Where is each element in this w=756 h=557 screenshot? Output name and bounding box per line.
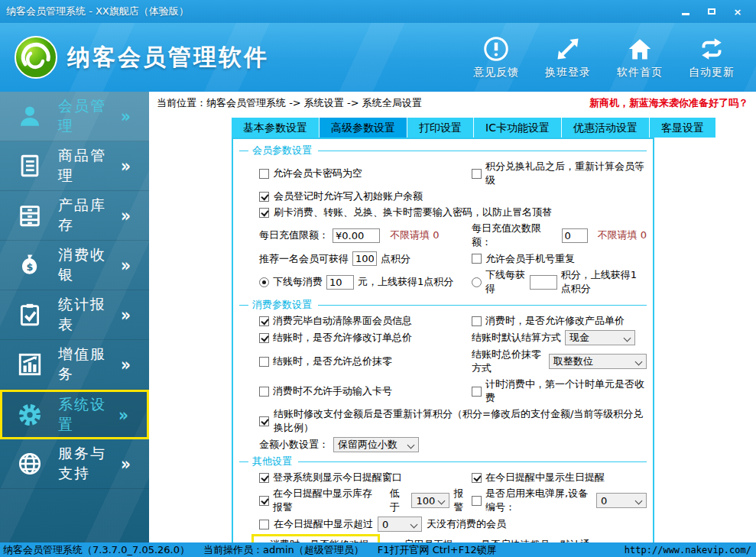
value-added-icon <box>17 351 43 377</box>
header-action-label: 换班登录 <box>545 66 591 79</box>
window-controls: × <box>677 5 751 18</box>
header-action-label: 意见反馈 <box>473 66 519 79</box>
field-suffix: 天没有消费的会员 <box>427 517 506 531</box>
field-suffix: 点积分 <box>381 252 410 266</box>
referral-points-input[interactable] <box>352 251 377 266</box>
feedback-button[interactable]: 意见反馈 <box>473 35 519 79</box>
checkbox-label: 允许会员手机号重复 <box>485 252 575 266</box>
minimize-button[interactable] <box>677 5 695 18</box>
daily-recharge-count-input[interactable] <box>562 228 588 243</box>
field-label: 每日充值限额： <box>259 228 329 242</box>
svg-text:$: $ <box>27 261 34 273</box>
tab-promotions[interactable]: 优惠活动设置 <box>562 118 650 138</box>
tab-ic-card[interactable]: IC卡功能设置 <box>474 118 562 138</box>
downline-spend-amount-input[interactable] <box>326 275 354 290</box>
shift-login-button[interactable]: 换班登录 <box>545 35 591 79</box>
checkbox-first-time-unit-charge[interactable] <box>472 387 482 397</box>
auto-update-icon <box>698 35 725 63</box>
radio-downline-per-points[interactable] <box>472 277 482 287</box>
checkbox-inactive-member-reminder[interactable] <box>259 520 269 529</box>
select-value: 现金 <box>569 331 589 345</box>
checkbox-initial-balance[interactable] <box>259 192 269 202</box>
field-label: 低于 <box>390 487 408 514</box>
checkbox-allow-edit-order-total[interactable] <box>259 333 269 343</box>
sidebar-item-support[interactable]: 服务与支持 » <box>0 439 149 489</box>
settings-tabs: 基本参数设置 高级参数设置 打印设置 IC卡功能设置 优惠活动设置 客显设置 <box>232 118 715 138</box>
checkbox-stock-alert[interactable] <box>259 496 269 506</box>
close-button[interactable]: × <box>728 5 747 18</box>
sidebar-item-value-added[interactable]: 增值服务 » <box>0 340 149 390</box>
checkbox-allow-edit-unit-price[interactable] <box>472 316 482 326</box>
breadcrumb: 当前位置：纳客会员管理系统 -> 系统设置 -> 系统全局设置 <box>157 96 422 110</box>
device-number-select[interactable]: 0 <box>596 493 647 508</box>
checkbox-allow-duplicate-phone[interactable] <box>472 254 482 264</box>
checkbox-show-birthday-reminder[interactable] <box>472 473 482 483</box>
checkbox-recalc-level-after-redeem[interactable] <box>472 169 482 179</box>
checkbox-label: 消费时，是否允许修改产品单价 <box>485 314 625 328</box>
checkbox-label: 消费完毕自动清除界面会员信息 <box>273 314 412 328</box>
header-actions: 意见反馈 换班登录 软件首页 <box>473 35 756 79</box>
shift-login-icon <box>554 35 582 63</box>
auto-update-button[interactable]: 自动更新 <box>689 35 735 79</box>
settings-icon <box>17 402 43 428</box>
inactive-days-select[interactable]: 0 <box>378 517 422 532</box>
status-version: 纳客会员管理系统（7.3.7.0_7.05.26.0） <box>3 543 190 557</box>
field-label: 每日充值次数限额： <box>472 222 558 249</box>
chevron-right-icon: » <box>121 304 149 325</box>
select-value: 保留两位小数 <box>338 438 397 452</box>
cashier-icon: $ <box>17 252 43 278</box>
sidebar-item-goods[interactable]: 商品管理 » <box>0 141 149 191</box>
radio-downline-per-spend[interactable] <box>259 277 269 287</box>
radio-suffix: 积分，上线获得1点积分 <box>561 268 647 296</box>
sidebar-item-label: 产品库存 <box>58 196 121 235</box>
tab-advanced-params[interactable]: 高级参数设置 <box>320 118 407 138</box>
sidebar-item-inventory[interactable]: 产品库存 » <box>0 191 149 241</box>
form-row: 结账时，是否允许总价抹零 结账时总价抹零方式 取整数位 <box>259 348 647 375</box>
radio-label: 下线每获得 <box>485 268 526 296</box>
default-payment-method-select[interactable]: 现金 <box>565 330 635 345</box>
tab-customer-display[interactable]: 客显设置 <box>650 118 715 138</box>
promo-text[interactable]: 新商机，新蓝海来袭你准备好了吗？ <box>589 96 748 110</box>
checkbox-caller-id-popup[interactable] <box>472 496 482 506</box>
status-url[interactable]: http://www.nakevip.com/ <box>625 545 751 555</box>
checkbox-show-today-reminder[interactable] <box>259 473 269 483</box>
checkbox-allow-rounding[interactable] <box>259 357 269 367</box>
form-row: 消费时，是否能修改提成 启用员工提成 是否启快速拨号，默认通道： 0 <box>251 534 647 542</box>
checkbox-label: 在今日提醒中显示库存报警 <box>273 487 381 514</box>
checkbox-label: 计时消费中，第一个计时单元是否收费 <box>485 377 647 405</box>
select-value: 取整数位 <box>553 355 593 368</box>
rounding-method-select[interactable]: 取整数位 <box>549 354 647 369</box>
checkbox-label: 会员登记时允许写入初始账户余额 <box>274 189 423 203</box>
no-limit-hint: 不限请填 0 <box>598 228 647 242</box>
checkbox-no-manual-card-entry[interactable] <box>259 387 269 397</box>
tab-basic-params[interactable]: 基本参数设置 <box>232 118 320 138</box>
main-content: 当前位置：纳客会员管理系统 -> 系统设置 -> 系统全局设置 新商机，新蓝海来… <box>149 92 756 542</box>
checkbox-require-password[interactable] <box>259 208 269 218</box>
inventory-icon <box>17 202 43 228</box>
checkbox-clear-member-info[interactable] <box>259 316 269 326</box>
home-icon <box>626 35 654 63</box>
checkbox-recalc-points-after-edit[interactable] <box>259 416 269 426</box>
sidebar-item-label: 增值服务 <box>58 345 121 384</box>
chevron-right-icon: » <box>121 354 149 375</box>
form-row: 刷卡消费、转账、兑换、换卡时需要输入密码，以防止冒名顶替 <box>259 206 647 219</box>
radio-suffix: 元，上线获得1点积分 <box>358 275 453 289</box>
tab-print-settings[interactable]: 打印设置 <box>407 118 474 138</box>
stock-alert-threshold-select[interactable]: 100 <box>411 493 449 508</box>
sidebar-item-cashier[interactable]: $ 消费收银 » <box>0 241 149 290</box>
chevron-right-icon: » <box>121 205 149 226</box>
checkbox-allow-empty-password[interactable] <box>259 169 269 179</box>
sidebar-item-member[interactable]: 会员管理 » <box>0 92 149 141</box>
sidebar-item-settings[interactable]: 系统设置 » <box>0 390 149 439</box>
app-logo-text: 纳客会员管理软件 <box>67 42 269 73</box>
decimal-setting-select[interactable]: 保留两位小数 <box>333 437 419 452</box>
downline-points-input[interactable] <box>530 275 557 290</box>
select-value: 0 <box>382 519 388 530</box>
sidebar-item-report[interactable]: 统计报表 » <box>0 290 149 340</box>
sidebar-item-label: 商品管理 <box>58 146 121 186</box>
maximize-button[interactable] <box>702 5 721 18</box>
home-button[interactable]: 软件首页 <box>617 35 663 79</box>
field-label: 结账时默认结算方式 <box>472 331 561 345</box>
daily-recharge-limit-input[interactable] <box>333 228 380 243</box>
status-bar: 纳客会员管理系统（7.3.7.0_7.05.26.0） 当前操作员：admin（… <box>0 542 756 557</box>
